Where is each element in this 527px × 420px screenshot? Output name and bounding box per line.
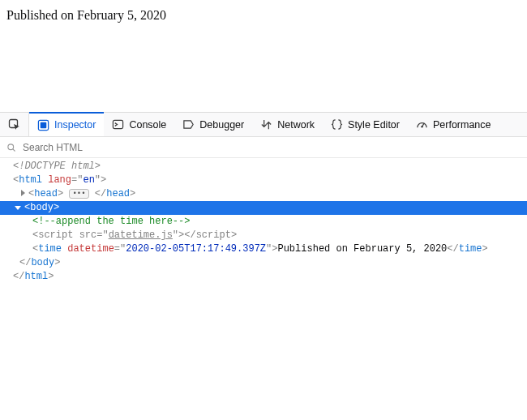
- element-picker-icon: [8, 118, 21, 131]
- search-icon: [6, 143, 16, 152]
- performance-icon: [416, 118, 428, 131]
- node-head[interactable]: <head> ••• </head>: [0, 187, 527, 201]
- markup-view[interactable]: <!DOCTYPE html> <html lang="en"> <head> …: [0, 158, 527, 285]
- inspector-icon: [37, 119, 49, 131]
- node-html-open[interactable]: <html lang="en">: [0, 174, 527, 187]
- tab-label: Debugger: [199, 119, 244, 131]
- tab-label: Performance: [433, 119, 491, 131]
- tab-label: Inspector: [54, 119, 96, 131]
- svg-point-5: [421, 126, 422, 127]
- node-time[interactable]: <time datetime="2020-02-05T17:17:49.397Z…: [0, 242, 527, 256]
- collapse-toggle-icon[interactable]: [15, 206, 21, 210]
- debugger-icon: [182, 118, 195, 131]
- svg-line-7: [13, 148, 15, 151]
- tab-label: Style Editor: [348, 119, 400, 131]
- console-icon: [112, 118, 124, 131]
- page-content: Published on February 5, 2020: [0, 0, 527, 112]
- tab-debugger[interactable]: Debugger: [174, 113, 252, 137]
- tab-console[interactable]: Console: [104, 113, 174, 137]
- node-html-close[interactable]: </html>: [0, 270, 527, 284]
- html-search-input[interactable]: [21, 141, 521, 154]
- expand-toggle-icon[interactable]: [21, 190, 25, 196]
- tab-label: Console: [129, 119, 166, 131]
- tab-inspector[interactable]: Inspector: [29, 112, 104, 136]
- style-editor-icon: [331, 118, 343, 131]
- html-search-bar[interactable]: [0, 137, 527, 158]
- tab-label: Network: [277, 119, 315, 131]
- node-body-open[interactable]: <body>: [0, 201, 527, 215]
- node-doctype[interactable]: <!DOCTYPE html>: [0, 160, 527, 174]
- tab-performance[interactable]: Performance: [408, 113, 499, 137]
- network-icon: [260, 118, 272, 131]
- node-body-close[interactable]: </body>: [0, 256, 527, 270]
- devtools-panel: Inspector Console Debugger Network: [0, 112, 527, 285]
- published-text: Published on February 5, 2020: [6, 8, 166, 22]
- ellipsis-badge[interactable]: •••: [69, 189, 88, 199]
- svg-rect-2: [41, 122, 47, 128]
- tab-network[interactable]: Network: [252, 113, 323, 137]
- element-picker-button[interactable]: [0, 113, 29, 137]
- node-comment[interactable]: <!--append the time here-->: [0, 215, 527, 229]
- node-script[interactable]: <script src="datetime.js"></script>: [0, 229, 527, 242]
- svg-point-6: [8, 144, 14, 149]
- devtools-toolbar: Inspector Console Debugger Network: [0, 113, 527, 137]
- tab-style-editor[interactable]: Style Editor: [323, 113, 408, 137]
